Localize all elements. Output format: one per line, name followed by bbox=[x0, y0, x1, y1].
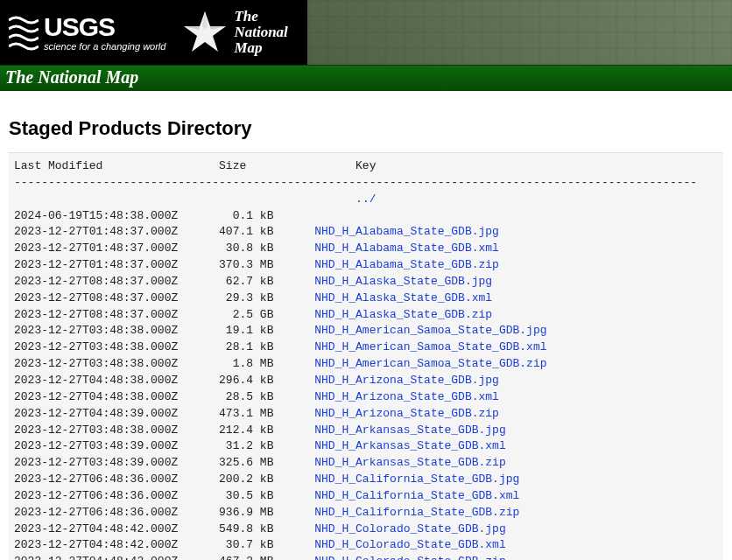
file-link[interactable]: NHD_H_Colorado_State_GDB.zip bbox=[314, 555, 505, 560]
usgs-logo-text: USGS bbox=[44, 14, 165, 40]
file-link[interactable]: NHD_H_Alabama_State_GDB.jpg bbox=[314, 225, 499, 238]
file-link[interactable]: NHD_H_Alabama_State_GDB.xml bbox=[314, 242, 499, 255]
greenbar-title: The National Map bbox=[0, 65, 732, 91]
file-link[interactable]: NHD_H_American_Samoa_State_GDB.jpg bbox=[314, 324, 546, 337]
page-title: Staged Products Directory bbox=[9, 117, 723, 140]
file-link[interactable]: NHD_H_Alaska_State_GDB.xml bbox=[314, 291, 492, 304]
file-link[interactable]: NHD_H_Alabama_State_GDB.zip bbox=[314, 258, 499, 271]
file-link[interactable]: NHD_H_Arkansas_State_GDB.xml bbox=[314, 439, 505, 452]
tnm-line1: The bbox=[234, 9, 287, 24]
file-link[interactable]: NHD_H_Colorado_State_GDB.xml bbox=[314, 538, 505, 551]
file-link[interactable]: NHD_H_Arizona_State_GDB.zip bbox=[314, 407, 499, 420]
tnm-star-icon bbox=[181, 9, 229, 56]
file-link[interactable]: NHD_H_Arkansas_State_GDB.jpg bbox=[314, 424, 505, 437]
file-link[interactable]: NHD_H_American_Samoa_State_GDB.zip bbox=[314, 357, 546, 370]
file-link[interactable]: NHD_H_Arizona_State_GDB.xml bbox=[314, 390, 499, 403]
tnm-logo-block: The National Map bbox=[181, 9, 287, 56]
parent-dir-link[interactable]: ../ bbox=[355, 192, 376, 206]
content-area: Staged Products Directory Last Modified … bbox=[0, 91, 732, 560]
listing-header-row: Last Modified Size Key bbox=[14, 159, 376, 172]
file-link[interactable]: NHD_H_California_State_GDB.xml bbox=[314, 489, 519, 502]
file-link[interactable]: NHD_H_Alaska_State_GDB.jpg bbox=[314, 275, 492, 288]
header-banner: USGS science for a changing world The Na… bbox=[0, 0, 732, 65]
directory-listing: Last Modified Size Key -----------------… bbox=[9, 152, 723, 560]
banner-satellite-bg bbox=[307, 0, 732, 65]
file-link[interactable]: NHD_H_Arkansas_State_GDB.zip bbox=[314, 456, 505, 469]
usgs-wave-icon bbox=[9, 13, 39, 52]
listing-separator: ----------------------------------------… bbox=[14, 176, 697, 189]
file-link[interactable]: NHD_H_Arizona_State_GDB.jpg bbox=[314, 374, 499, 387]
tnm-logo-text: The National Map bbox=[234, 9, 287, 56]
usgs-tagline: science for a changing world bbox=[44, 42, 165, 52]
tnm-line3: Map bbox=[234, 40, 287, 56]
file-link[interactable]: NHD_H_American_Samoa_State_GDB.xml bbox=[314, 340, 546, 354]
usgs-logo-block: USGS science for a changing world bbox=[0, 13, 165, 52]
file-link[interactable]: NHD_H_California_State_GDB.zip bbox=[314, 506, 519, 519]
file-link[interactable]: NHD_H_California_State_GDB.jpg bbox=[314, 472, 519, 486]
file-link[interactable]: NHD_H_Alaska_State_GDB.zip bbox=[314, 308, 492, 321]
file-link[interactable]: NHD_H_Colorado_State_GDB.jpg bbox=[314, 522, 505, 536]
tnm-line2: National bbox=[234, 24, 287, 40]
